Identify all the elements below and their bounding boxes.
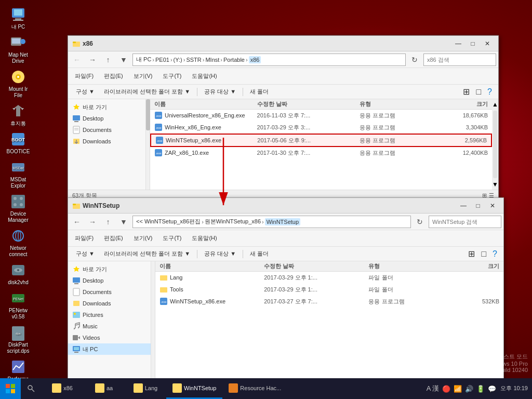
view-toggle-wintntsetup[interactable]: ⊞ (466, 249, 477, 259)
taskbar-item-lang[interactable]: Lang (125, 378, 166, 399)
maximize-btn-x86[interactable]: □ (466, 38, 480, 49)
col-header-type-x86[interactable]: 유형 (360, 100, 436, 108)
forward-btn-x86[interactable]: → (86, 53, 99, 66)
file-row-wintntsetup-2[interactable]: .exeWinNTSetup_x86.exe 2017-03-27 오후 7:.… (155, 296, 503, 308)
tray-volume-icon[interactable]: 🔊 (465, 385, 473, 393)
close-btn-x86[interactable]: ✕ (481, 38, 494, 49)
help-icon-x86[interactable]: ? (485, 87, 494, 97)
menu-view-wintntsetup[interactable]: 보기(V) (129, 232, 157, 245)
tray-notification-icon[interactable]: 💬 (488, 385, 496, 393)
col-header-size-wintntsetup[interactable]: 크기 (447, 262, 499, 270)
desktop-icon-diskpart[interactable]: dps DiskPartscript.dps (2, 323, 35, 355)
col-header-name-wintntsetup[interactable]: 이름 (159, 262, 264, 270)
col-header-size-x86[interactable]: 크기 (436, 100, 488, 108)
minimize-btn-wintntsetup[interactable]: — (457, 200, 470, 211)
refresh-btn-wintntsetup[interactable]: ↻ (413, 215, 427, 229)
sidebar-videos-wintntsetup[interactable]: Videos (68, 332, 151, 343)
col-header-date-x86[interactable]: 수정한 날짜 (257, 100, 360, 108)
ribbon-config-wintntsetup[interactable]: 구성 ▼ (72, 248, 98, 259)
ribbon-share-wintntsetup[interactable]: 공유 대상 ▼ (201, 248, 240, 259)
menu-view-x86[interactable]: 보기(V) (129, 70, 157, 83)
tray-clock[interactable]: 오후 10:19 (500, 384, 528, 392)
start-button[interactable] (0, 378, 21, 399)
desktop-icon-disk2vhd[interactable]: disk2vhd (2, 261, 35, 287)
tray-lang-icon[interactable]: A 漢 (427, 384, 440, 393)
ribbon-config-x86[interactable]: 구성 ▼ (72, 86, 98, 97)
menu-help-wintntsetup[interactable]: 도움말(H) (187, 232, 221, 245)
forward-btn-wintntsetup[interactable]: → (86, 215, 99, 229)
titlebar-x86[interactable]: x86 — □ ✕ (68, 36, 498, 51)
sidebar-scrollbar-wintntsetup[interactable] (151, 261, 155, 383)
file-row-wintntsetup-0[interactable]: Lang 2017-03-29 오후 1:... 파일 폴더 (155, 272, 503, 284)
address-box-x86[interactable]: 내 PC › PE01 › (Y:) › SSTR › MInst › Port… (132, 54, 406, 66)
desktop-icon-msdat[interactable]: MSDat MSDatExplor (2, 158, 35, 190)
view-toggle-x86[interactable]: ⊞ (461, 87, 472, 97)
desktop-icon-recycle[interactable]: 휴지통 (2, 102, 35, 128)
file-row-x86-1[interactable]: .exeWinHex_x86_Eng.exe 2017-03-29 오후 3:.… (150, 122, 492, 134)
tray-battery-icon[interactable]: 🔋 (476, 385, 485, 393)
menu-help-x86[interactable]: 도움말(H) (187, 70, 221, 83)
menu-file-wintntsetup[interactable]: 파일(F) (70, 232, 98, 245)
ribbon-newfolder-x86[interactable]: 새 폴더 (246, 86, 272, 97)
file-row-x86-2[interactable]: .exeWinNTSetup_x86.exe 2017-05-06 오후 9:.… (150, 134, 492, 147)
desktop-icon-mountir[interactable]: Mount IrFile (2, 68, 35, 100)
ribbon-library-wintntsetup[interactable]: 라이브러리에 선택한 폴더 포함 ▼ (100, 248, 194, 259)
desktop-icon-my-pc[interactable]: 내 PC (2, 5, 35, 31)
back-btn-wintntsetup[interactable]: ← (70, 215, 84, 229)
file-row-x86-3[interactable]: .exeZAR_x86_10.exe 2017-01-30 오후 7:... 응… (150, 147, 492, 159)
recent-btn-wintntsetup[interactable]: ▼ (117, 215, 130, 229)
maximize-btn-wintntsetup[interactable]: □ (471, 200, 485, 211)
back-btn-x86[interactable]: ← (70, 53, 84, 66)
menu-file-x86[interactable]: 파일(F) (70, 70, 98, 83)
up-btn-wintntsetup[interactable]: ↑ (101, 215, 115, 229)
menu-tools-x86[interactable]: 도구(T) (158, 70, 186, 83)
refresh-btn-x86[interactable]: ↻ (408, 53, 421, 66)
col-header-date-wintntsetup[interactable]: 수정한 날짜 (264, 262, 368, 270)
titlebar-wintntsetup[interactable]: WinNTSetup — □ ✕ (68, 198, 503, 214)
sidebar-mypc-wintntsetup[interactable]: 내 PC (68, 343, 151, 355)
tray-network-icon[interactable]: 📶 (454, 385, 462, 393)
ribbon-library-x86[interactable]: 라이브러리에 선택한 폴더 포함 ▼ (100, 86, 194, 97)
address-box-wintntsetup[interactable]: << WinNTSetup_x86편집 › 원본WinNTSetup_x86 ›… (132, 216, 411, 228)
taskbar-search-btn[interactable] (21, 378, 42, 399)
ribbon-newfolder-wintntsetup[interactable]: 새 폴더 (246, 248, 272, 259)
desktop-icon-network[interactable]: Networconnect (2, 227, 35, 259)
file-row-wintntsetup-1[interactable]: Tools 2017-03-29 오후 1:... 파일 폴더 (155, 284, 503, 296)
sidebar-downloads-x86[interactable]: Downloads (68, 136, 145, 147)
sidebar-scrollbar-x86[interactable] (146, 99, 150, 190)
taskbar-item-wintntsetup[interactable]: WinNTSetup (166, 378, 222, 399)
taskbar-item-aa[interactable]: aa (83, 378, 125, 399)
minimize-btn-x86[interactable]: — (451, 38, 465, 49)
desktop-icon-penet[interactable]: PENet PENetwv0.58 (2, 289, 35, 321)
file-row-x86-0[interactable]: .exeUniversalRestore_x86_Eng.exe 2016-11… (150, 110, 492, 122)
ribbon-share-x86[interactable]: 공유 대상 ▼ (201, 86, 240, 97)
sidebar-quickaccess-x86[interactable]: 바로 가기 (68, 101, 145, 113)
menu-edit-wintntsetup[interactable]: 편집(E) (99, 232, 128, 245)
sidebar-desktop-wintntsetup[interactable]: Desktop (68, 275, 151, 286)
taskbar-item-reshack[interactable]: Resource Hac... (222, 378, 287, 399)
menu-edit-x86[interactable]: 편집(E) (99, 70, 128, 83)
preview-toggle-wintntsetup[interactable]: □ (479, 249, 488, 259)
desktop-icon-bootice[interactable]: BOOT BOOTICE (2, 130, 35, 156)
recent-btn-x86[interactable]: ▼ (117, 53, 130, 66)
desktop-icon-mapnet[interactable]: Map NetDrive (2, 33, 35, 65)
menu-tools-wintntsetup[interactable]: 도구(T) (158, 232, 186, 245)
search-input-wintntsetup[interactable] (429, 216, 501, 228)
file-list-scrollbar-x86[interactable]: ▲ ▼ (492, 99, 498, 190)
sidebar-documents-wintntsetup[interactable]: Documents (68, 286, 151, 298)
close-btn-wintntsetup[interactable]: ✕ (486, 200, 499, 211)
sidebar-documents-x86[interactable]: Documents (68, 124, 145, 136)
up-btn-x86[interactable]: ↑ (101, 53, 115, 66)
sidebar-downloads-wintntsetup[interactable]: Downloads (68, 298, 151, 309)
sidebar-pictures-wintntsetup[interactable]: Pictures (68, 309, 151, 321)
sidebar-desktop-x86[interactable]: Desktop (68, 113, 145, 124)
help-icon-wintntsetup[interactable]: ? (490, 249, 499, 259)
col-header-type-wintntsetup[interactable]: 유형 (368, 262, 447, 270)
sidebar-quickaccess-wintntsetup[interactable]: 바로 가기 (68, 263, 151, 275)
taskbar-item-x86[interactable]: x86 (42, 378, 83, 399)
search-input-x86[interactable] (423, 54, 496, 66)
sidebar-music-wintntsetup[interactable]: Music (68, 321, 151, 332)
desktop-icon-device-mgr[interactable]: DeviceManager (2, 192, 35, 224)
col-header-name-x86[interactable]: 이름 (154, 100, 257, 108)
preview-toggle-x86[interactable]: □ (474, 87, 483, 97)
